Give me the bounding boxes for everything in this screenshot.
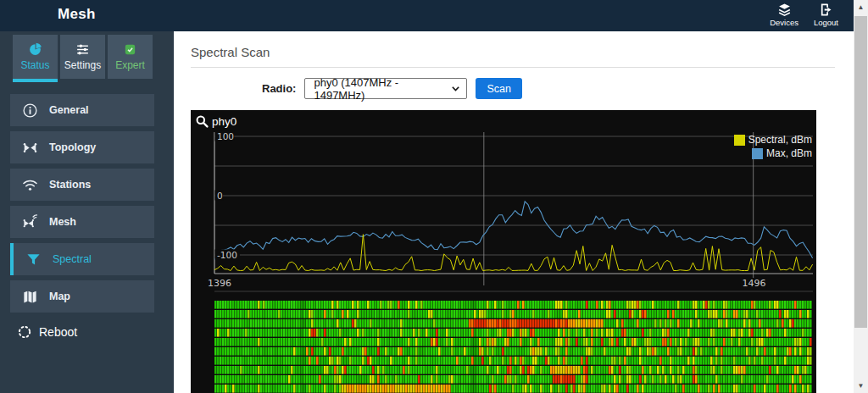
wifi-icon xyxy=(10,177,49,193)
svg-text:1496: 1496 xyxy=(742,278,765,289)
funnel-icon xyxy=(14,252,53,268)
main-content: Spectral Scan Radio: phy0 (1407MHz - 149… xyxy=(174,31,854,393)
legend-label-max: Max, dBm xyxy=(766,147,812,159)
reboot-button[interactable]: Reboot xyxy=(17,324,174,340)
svg-text:1396: 1396 xyxy=(208,278,231,289)
logout-label: Logout xyxy=(814,18,838,27)
sidebar-item-label: Spectral xyxy=(53,253,92,265)
sidebar-item-label: Map xyxy=(49,291,70,302)
vertical-scrollbar: ▲ ▼ xyxy=(854,0,868,393)
devices-label: Devices xyxy=(770,18,798,27)
radio-label: Radio: xyxy=(262,82,296,95)
sidebar: Status Settings Expert Ge xyxy=(0,31,174,393)
sidebar-item-label: Mesh xyxy=(49,216,76,228)
devices-button[interactable]: Devices xyxy=(770,3,798,27)
logout-button[interactable]: Logout xyxy=(814,3,838,27)
radio-select[interactable]: phy0 (1407MHz - 1497MHz) xyxy=(304,78,467,99)
scan-form: Radio: phy0 (1407MHz - 1497MHz) Scan xyxy=(262,78,854,99)
svg-text:0: 0 xyxy=(217,191,223,201)
scan-button[interactable]: Scan xyxy=(476,78,522,99)
sliders-icon xyxy=(75,42,90,57)
app-title: Mesh xyxy=(58,6,96,23)
title-divider xyxy=(191,67,835,68)
tab-expert[interactable]: Expert xyxy=(108,35,153,79)
sidebar-item-topology[interactable]: Topology xyxy=(10,131,154,163)
scrollbar-up-arrow[interactable]: ▲ xyxy=(854,0,868,14)
chevron-down-icon xyxy=(451,84,460,93)
chart-legend: Spectral, dBm Max, dBm xyxy=(734,134,812,159)
legend-row-max: Max, dBm xyxy=(734,147,812,159)
tab-status[interactable]: Status xyxy=(13,35,58,82)
sidebar-item-label: General xyxy=(49,104,89,116)
sidebar-item-general[interactable]: General xyxy=(10,94,154,126)
devices-layers-icon xyxy=(776,3,793,17)
app-header: Mesh Devices Logout xyxy=(0,0,854,31)
legend-row-spectral: Spectral, dBm xyxy=(734,134,812,146)
sidebar-item-label: Stations xyxy=(49,179,91,191)
spectral-chart-panel: phy0 Spectral, dBm Max, dBm 1000-1001396… xyxy=(191,110,816,393)
tab-settings[interactable]: Settings xyxy=(60,35,105,79)
map-icon xyxy=(10,289,49,305)
radio-select-value: phy0 (1407MHz - 1497MHz) xyxy=(314,76,451,102)
sidebar-item-map[interactable]: Map xyxy=(10,280,154,313)
tab-status-label: Status xyxy=(20,59,49,71)
waterfall-spectrogram xyxy=(214,301,814,393)
legend-swatch-spectral xyxy=(734,135,745,146)
page-title: Spectral Scan xyxy=(191,45,854,59)
reboot-label: Reboot xyxy=(39,325,77,339)
pie-chart-icon xyxy=(28,42,42,57)
sidebar-nav: General Topology Stations Mes xyxy=(0,94,174,313)
logout-door-icon xyxy=(818,3,834,17)
topology-icon xyxy=(10,140,49,156)
spectrum-line-chart: 1000-10013961496 xyxy=(191,110,816,293)
sidebar-item-label: Topology xyxy=(49,141,96,153)
mesh-network-icon xyxy=(10,214,49,230)
scrollbar-down-arrow[interactable]: ▼ xyxy=(854,379,868,393)
sidebar-item-stations[interactable]: Stations xyxy=(10,169,154,201)
tab-settings-label: Settings xyxy=(64,59,101,71)
header-actions: Devices Logout xyxy=(770,3,838,27)
sidebar-item-spectral[interactable]: Spectral xyxy=(10,243,154,275)
spinner-circle-icon xyxy=(17,324,32,340)
tab-expert-label: Expert xyxy=(115,59,145,71)
sidebar-item-mesh[interactable]: Mesh xyxy=(10,206,154,238)
svg-text:100: 100 xyxy=(217,131,234,141)
svg-text:-100: -100 xyxy=(217,250,237,260)
sidebar-tabbar: Status Settings Expert xyxy=(13,35,174,82)
legend-swatch-max xyxy=(752,148,763,159)
check-square-icon xyxy=(123,42,137,57)
scrollbar-thumb[interactable] xyxy=(854,16,867,328)
legend-label-spectral: Spectral, dBm xyxy=(748,134,812,146)
info-icon xyxy=(10,102,49,119)
